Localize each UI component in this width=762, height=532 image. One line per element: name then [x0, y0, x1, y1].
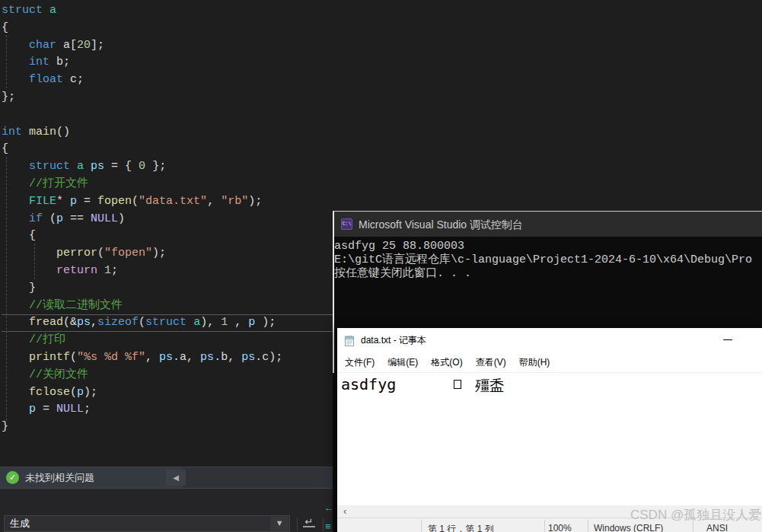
code-line[interactable]: if (p == NULL): [2, 211, 333, 228]
indent-guide: [6, 35, 7, 88]
indent-guide: [34, 244, 35, 279]
notepad-title: data.txt - 记事本: [361, 328, 426, 353]
toolbar-separator: [297, 518, 298, 531]
console-line: 按任意键关闭此窗口. . .: [334, 267, 762, 281]
status-segment: Windows (CRLF): [594, 523, 663, 532]
code-line[interactable]: int main(): [2, 124, 333, 142]
notepad-titlebar[interactable]: data.txt - 记事本 —: [337, 328, 762, 353]
code-line[interactable]: char a[20];: [2, 37, 333, 55]
menu-item[interactable]: 文件(F): [340, 353, 380, 372]
code-line[interactable]: return 1;: [2, 263, 333, 280]
status-separator: [588, 520, 588, 532]
chevron-down-icon[interactable]: ▼: [270, 517, 289, 530]
output-source-dropdown[interactable]: 生成 ▼: [4, 515, 290, 532]
status-separator: [544, 520, 545, 532]
code-line[interactable]: p = NULL;: [2, 401, 333, 419]
code-line[interactable]: }: [2, 280, 333, 298]
code-line[interactable]: fread(&ps,sizeof(struct a), 1 , p );: [2, 314, 333, 332]
menu-item[interactable]: 编辑(E): [382, 353, 423, 372]
notepad-text-area[interactable]: asdfyg 殭盉: [337, 374, 762, 505]
problems-label: 未找到相关问题: [25, 467, 94, 488]
status-segment: 100%: [548, 523, 572, 532]
menu-item[interactable]: 帮助(H): [514, 353, 556, 372]
notepad-icon: [343, 334, 355, 350]
code-line[interactable]: float c;: [2, 72, 333, 89]
minimize-icon[interactable]: —: [716, 328, 739, 353]
code-line[interactable]: {: [2, 141, 333, 158]
code-line[interactable]: perror("fopen");: [2, 245, 333, 263]
menu-item[interactable]: 格式(O): [426, 353, 467, 372]
console-icon: C:\: [341, 218, 352, 230]
menu-item[interactable]: 查看(V): [470, 353, 512, 372]
code-line[interactable]: //打开文件: [2, 176, 333, 193]
notepad-garbled-text: 殭盉: [475, 376, 504, 396]
console-titlebar[interactable]: C:\ Microsoft Visual Studio 调试控制台: [334, 212, 762, 237]
toolbar-separator: [323, 518, 324, 531]
problems-bar-right-section: [183, 467, 333, 488]
console-line: asdfyg 25 88.800003: [334, 240, 762, 253]
code-line[interactable]: //打印: [2, 332, 333, 349]
code-line[interactable]: //关闭文件: [2, 367, 333, 384]
word-wrap-icon[interactable]: ≡: [325, 521, 331, 532]
notepad-window[interactable]: data.txt - 记事本 — 文件(F)编辑(E)格式(O)查看(V)帮助(…: [337, 328, 762, 532]
code-line[interactable]: };: [2, 89, 333, 107]
collapse-left-icon[interactable]: ◀: [166, 470, 186, 486]
control-char-box-glyph: [454, 380, 461, 389]
code-lines[interactable]: struct a{ char a[20]; int b; float c;};i…: [2, 2, 333, 436]
keep-results-icon[interactable]: ↵: [303, 516, 315, 527]
status-segment: ANSI: [706, 523, 728, 532]
scroll-left-icon[interactable]: ‹: [343, 505, 346, 518]
code-line[interactable]: struct a: [2, 2, 333, 20]
status-separator: [421, 520, 422, 532]
output-panel: 生成 ▼ ↵: [0, 489, 333, 532]
indent-guide: [6, 157, 7, 421]
code-line[interactable]: }: [2, 419, 333, 436]
console-title: Microsoft Visual Studio 调试控制台: [359, 212, 523, 237]
problems-bar[interactable]: ✓ 未找到相关问题 ◀: [0, 467, 333, 488]
code-line[interactable]: {: [2, 228, 333, 245]
notepad-text: asdfyg: [341, 375, 396, 393]
code-line[interactable]: fclose(p);: [2, 384, 333, 402]
code-line[interactable]: int b;: [2, 54, 333, 72]
output-source-label: 生成: [10, 516, 30, 531]
csdn-watermark: CSDN @孤独且没人爱的纸鹤: [630, 506, 762, 524]
code-line[interactable]: {: [2, 20, 333, 37]
notepad-menubar: 文件(F)编辑(E)格式(O)查看(V)帮助(H): [337, 353, 762, 373]
check-circle-icon: ✓: [6, 471, 19, 484]
console-line: E:\gitC语言远程仓库\c-language\Project1-2024-6…: [334, 253, 762, 267]
code-line[interactable]: printf("%s %d %f", ps.a, ps.b, ps.c);: [2, 349, 333, 367]
code-line[interactable]: FILE* p = fopen("data.txt", "rb");: [2, 193, 333, 211]
code-line[interactable]: [2, 107, 333, 124]
status-segment: 第 1 行，第 1 列: [428, 523, 494, 532]
code-line[interactable]: //读取二进制文件: [2, 298, 333, 315]
code-line[interactable]: struct a ps = { 0 };: [2, 158, 333, 176]
